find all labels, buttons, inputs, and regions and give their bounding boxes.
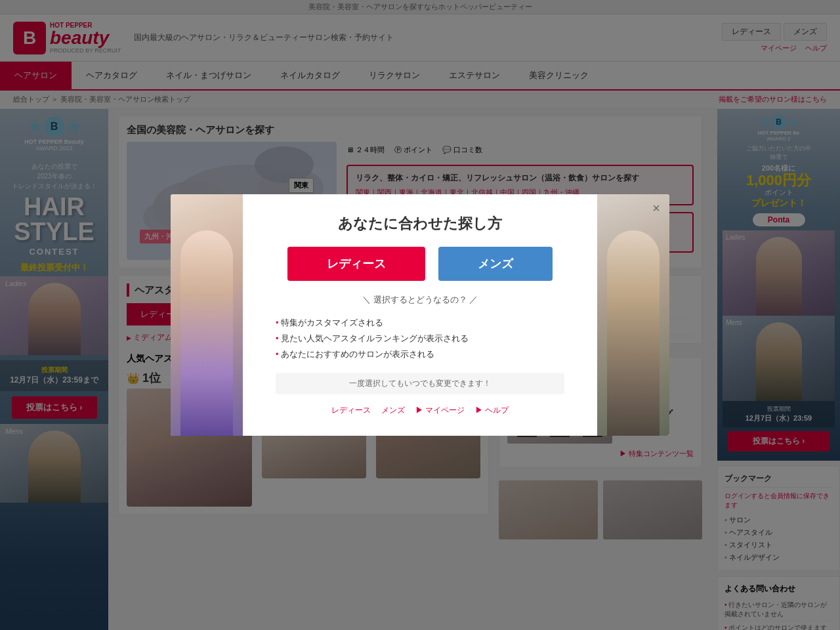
- modal-gender-buttons: レディース メンズ: [276, 247, 564, 281]
- modal-benefit-1: 特集がカスタマイズされる: [276, 315, 564, 331]
- modal-mens-button[interactable]: メンズ: [438, 247, 553, 281]
- modal-benefit-2: 見たい人気ヘアスタイルランキングが表示される: [276, 331, 564, 346]
- modal-dialog: × あなたに合わせた探し方 レディース メンズ 選択するとどうなるの？ 特集がカ…: [171, 194, 669, 436]
- modal-ladies-button[interactable]: レディース: [287, 247, 425, 281]
- modal-note: 一度選択してもいつでも変更できます！: [276, 373, 564, 394]
- modal-overlay[interactable]: × あなたに合わせた探し方 レディース メンズ 選択するとどうなるの？ 特集がカ…: [0, 0, 840, 630]
- modal-content: × あなたに合わせた探し方 レディース メンズ 選択するとどうなるの？ 特集がカ…: [276, 214, 564, 416]
- modal-man-silhouette: [607, 230, 660, 436]
- modal-help-link[interactable]: ▶ ヘルプ: [475, 405, 509, 416]
- modal-benefit-3: あなたにおすすめのサロンが表示される: [276, 346, 564, 362]
- modal-title: あなたに合わせた探し方: [276, 214, 564, 234]
- modal-sub-buttons: レディース メンズ ▶ マイページ ▶ ヘルプ: [276, 405, 564, 416]
- modal-question: 選択するとどうなるの？: [276, 294, 564, 306]
- modal-benefits-list: 特集がカスタマイズされる 見たい人気ヘアスタイルランキングが表示される あなたに…: [276, 315, 564, 362]
- modal-mypage-link[interactable]: ▶ マイページ: [415, 405, 465, 416]
- modal-close-button[interactable]: ×: [652, 201, 660, 216]
- modal-photo-right: [597, 194, 669, 436]
- modal-lady-silhouette: [180, 230, 233, 436]
- modal-sub-ladies[interactable]: レディース: [331, 405, 371, 416]
- modal-photo-left: [171, 194, 243, 436]
- modal-sub-mens[interactable]: メンズ: [381, 405, 405, 416]
